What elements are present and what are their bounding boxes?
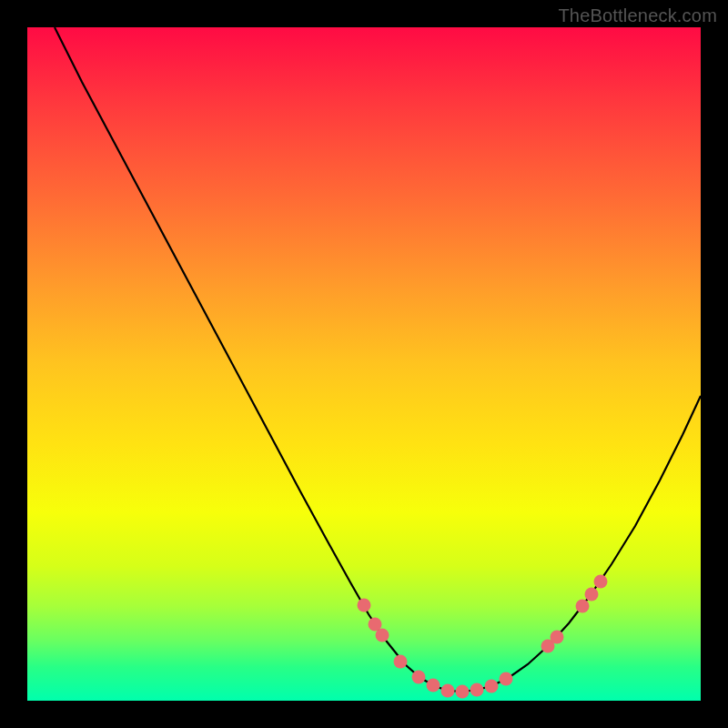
chart-area — [27, 27, 701, 701]
bottleneck-curve-plot — [27, 27, 701, 701]
curve-marker — [412, 671, 426, 684]
curve-markers — [358, 575, 608, 699]
curve-marker — [394, 655, 408, 669]
curve-marker — [358, 599, 371, 612]
curve-marker — [456, 685, 470, 699]
curve-marker — [551, 631, 564, 644]
curve-marker — [594, 575, 608, 589]
curve-marker — [470, 683, 484, 697]
curve-marker — [376, 629, 389, 642]
watermark-text: TheBottleneck.com — [558, 5, 717, 26]
curve-marker — [500, 672, 513, 686]
curve-marker — [427, 679, 440, 693]
curve-marker — [441, 684, 455, 698]
curve-marker — [576, 600, 590, 613]
curve-line — [55, 27, 701, 692]
curve-marker — [485, 680, 499, 693]
curve-marker — [585, 588, 599, 602]
